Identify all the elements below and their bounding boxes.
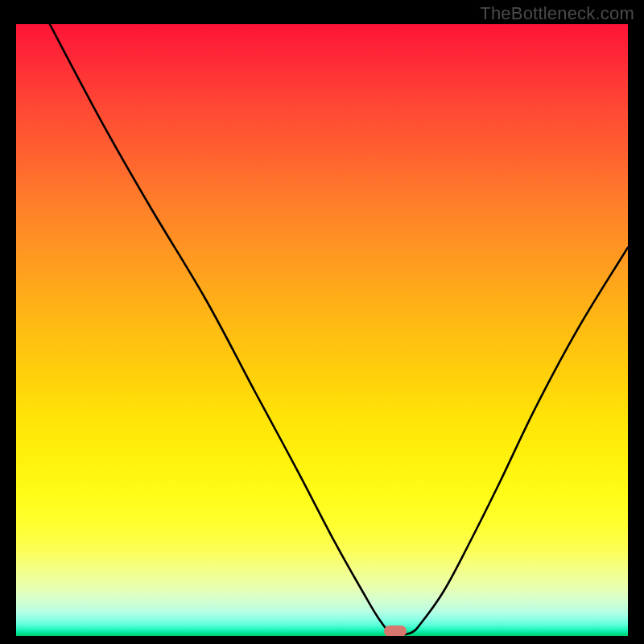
watermark-text: TheBottleneck.com xyxy=(480,3,634,24)
plot-area xyxy=(16,24,628,636)
chart-frame: TheBottleneck.com xyxy=(0,0,644,644)
optimal-marker xyxy=(384,625,407,636)
curve-path xyxy=(50,24,628,634)
bottleneck-curve xyxy=(16,24,628,636)
